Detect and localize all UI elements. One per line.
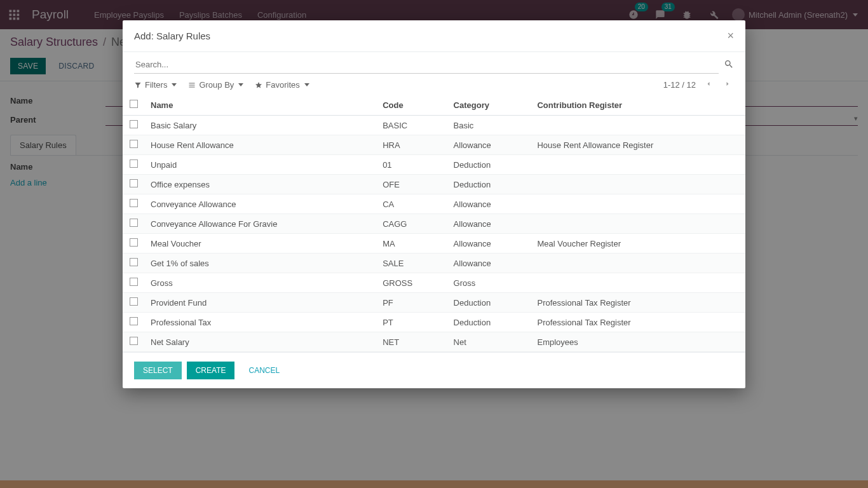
search-input[interactable]: [134, 56, 719, 74]
cell-register: [531, 155, 745, 175]
row-checkbox[interactable]: [130, 199, 138, 207]
table-row[interactable]: House Rent AllowanceHRAAllowanceHouse Re…: [123, 135, 745, 155]
cell-register: [531, 254, 745, 273]
cell-code: OFE: [376, 175, 447, 194]
modal-body: Name Code Category Contribution Register…: [123, 95, 745, 352]
cell-code: NET: [376, 332, 447, 352]
cell-category: Basic: [447, 116, 531, 135]
cell-name: Get 1% of sales: [144, 254, 376, 273]
cell-register: [531, 273, 745, 293]
star-icon: [255, 81, 262, 89]
table-row[interactable]: Office expensesOFEDeduction: [123, 175, 745, 194]
cell-name: Conveyance Allowance: [144, 194, 376, 214]
row-checkbox[interactable]: [130, 238, 138, 247]
pager: 1-12 / 12: [663, 78, 734, 92]
cell-category: Deduction: [447, 293, 531, 313]
cell-code: CA: [376, 194, 447, 214]
cell-name: Office expenses: [144, 175, 376, 194]
cell-register: [531, 175, 745, 194]
cancel-button[interactable]: CANCEL: [240, 362, 288, 379]
row-checkbox[interactable]: [130, 140, 138, 148]
col-register[interactable]: Contribution Register: [531, 95, 745, 116]
table-row[interactable]: Conveyance AllowanceCAAllowance: [123, 194, 745, 214]
cell-name: Meal Voucher: [144, 234, 376, 254]
row-checkbox[interactable]: [130, 159, 138, 168]
create-button[interactable]: CREATE: [187, 362, 235, 379]
table-row[interactable]: Basic SalaryBASICBasic: [123, 116, 745, 135]
cell-category: Gross: [447, 273, 531, 293]
select-all-checkbox[interactable]: [130, 100, 138, 108]
cell-register: Meal Voucher Register: [531, 234, 745, 254]
chevron-down-icon: [238, 83, 243, 86]
modal-footer: SELECT CREATE CANCEL: [123, 352, 745, 388]
filter-icon: [134, 81, 142, 89]
modal: Add: Salary Rules × Filters Group By Fav…: [123, 20, 745, 388]
row-checkbox[interactable]: [130, 278, 138, 286]
groupby-button[interactable]: Group By: [188, 80, 243, 90]
cell-register: [531, 194, 745, 214]
cell-name: Professional Tax: [144, 313, 376, 332]
cell-category: Allowance: [447, 214, 531, 234]
cell-code: BASIC: [376, 116, 447, 135]
row-checkbox[interactable]: [130, 317, 138, 325]
cell-name: Conveyance Allowance For Gravie: [144, 214, 376, 234]
col-code[interactable]: Code: [376, 95, 447, 116]
col-category[interactable]: Category: [447, 95, 531, 116]
row-checkbox[interactable]: [130, 337, 138, 345]
close-icon[interactable]: ×: [727, 29, 734, 43]
modal-toolbar: Filters Group By Favorites 1-12 / 12: [123, 74, 745, 95]
groupby-label: Group By: [199, 80, 234, 90]
cell-code: CAGG: [376, 214, 447, 234]
cell-register: Professional Tax Register: [531, 313, 745, 332]
cell-code: PT: [376, 313, 447, 332]
filters-label: Filters: [145, 80, 167, 90]
table-row[interactable]: Get 1% of salesSALEAllowance: [123, 254, 745, 273]
cell-category: Net: [447, 332, 531, 352]
table-row[interactable]: Professional TaxPTDeductionProfessional …: [123, 313, 745, 332]
chevron-down-icon: [304, 83, 309, 86]
row-checkbox[interactable]: [130, 258, 138, 266]
favorites-button[interactable]: Favorites: [255, 80, 309, 90]
cell-register: Professional Tax Register: [531, 293, 745, 313]
cell-register: [531, 214, 745, 234]
search-icon[interactable]: [724, 59, 734, 71]
favorites-label: Favorites: [266, 80, 299, 90]
table-row[interactable]: Meal VoucherMAAllowanceMeal Voucher Regi…: [123, 234, 745, 254]
cell-category: Allowance: [447, 135, 531, 155]
row-checkbox[interactable]: [130, 120, 138, 128]
modal-header: Add: Salary Rules ×: [123, 20, 745, 52]
table-row[interactable]: Net SalaryNETNetEmployees: [123, 332, 745, 352]
cell-code: SALE: [376, 254, 447, 273]
cell-category: Deduction: [447, 155, 531, 175]
filters-button[interactable]: Filters: [134, 80, 177, 90]
cell-name: Gross: [144, 273, 376, 293]
cell-code: HRA: [376, 135, 447, 155]
list-icon: [188, 81, 196, 89]
bottom-strip: [0, 480, 868, 488]
cell-name: House Rent Allowance: [144, 135, 376, 155]
pager-prev[interactable]: [702, 78, 715, 92]
cell-category: Allowance: [447, 194, 531, 214]
col-name[interactable]: Name: [144, 95, 376, 116]
table-row[interactable]: Conveyance Allowance For GravieCAGGAllow…: [123, 214, 745, 234]
select-button[interactable]: SELECT: [134, 362, 182, 379]
cell-name: Basic Salary: [144, 116, 376, 135]
cell-name: Unpaid: [144, 155, 376, 175]
cell-category: Deduction: [447, 175, 531, 194]
cell-name: Provident Fund: [144, 293, 376, 313]
cell-category: Allowance: [447, 254, 531, 273]
cell-category: Deduction: [447, 313, 531, 332]
chevron-down-icon: [172, 83, 177, 86]
table-row[interactable]: GrossGROSSGross: [123, 273, 745, 293]
cell-register: House Rent Allowance Register: [531, 135, 745, 155]
cell-code: 01: [376, 155, 447, 175]
table-row[interactable]: Unpaid01Deduction: [123, 155, 745, 175]
row-checkbox[interactable]: [130, 297, 138, 306]
pager-next[interactable]: [721, 78, 734, 92]
row-checkbox[interactable]: [130, 219, 138, 227]
table-row[interactable]: Provident FundPFDeductionProfessional Ta…: [123, 293, 745, 313]
cell-category: Allowance: [447, 234, 531, 254]
row-checkbox[interactable]: [130, 179, 138, 187]
modal-search-row: [123, 52, 745, 74]
pager-text: 1-12 / 12: [663, 80, 696, 90]
